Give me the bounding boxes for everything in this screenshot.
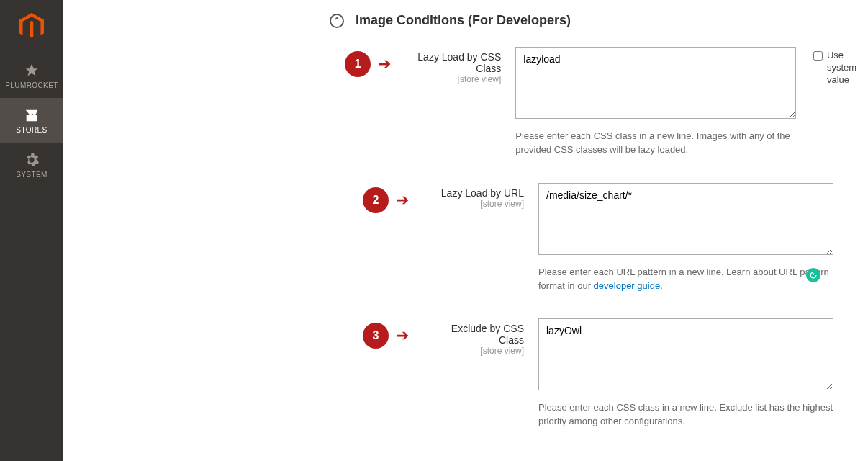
config-row: 2 ➔ Lazy Load by URL [store view] Please… [63, 177, 868, 299]
step-bubble-2: 2 [363, 187, 389, 213]
field-label-wrap: Lazy Load by URL [store view] [423, 183, 538, 209]
field-label: Exclude by CSS Class [423, 323, 524, 346]
arrow-right-icon: ➔ [396, 326, 409, 345]
arrow-right-icon: ➔ [396, 191, 409, 210]
image-conditions-section-head[interactable]: ⌃ Image Conditions (For Developers) [63, 0, 868, 41]
developer-guide-link[interactable]: developer guide [594, 280, 661, 291]
use-system-value-wrap: Use system value [796, 47, 868, 86]
field-label: Lazy Load by URL [423, 187, 524, 199]
annotation: 2 ➔ [63, 183, 423, 213]
stores-icon [24, 107, 40, 123]
sidebar-item-system[interactable]: SYSTEM [0, 143, 63, 187]
additional-settings-section-head[interactable]: Additional Settings ⌄ [63, 455, 868, 461]
config-row: 3 ➔ Exclude by CSS Class [store view] Pl… [63, 313, 868, 434]
field-scope: [store view] [423, 346, 524, 356]
collapse-icon[interactable]: ⌃ [330, 14, 344, 28]
use-system-value-label[interactable]: Use system value [813, 50, 868, 86]
admin-sidebar: PLUMROCKET STORES SYSTEM [0, 0, 63, 461]
field-label-wrap: Lazy Load by CSS Class [store view] [405, 47, 515, 84]
use-system-value-checkbox[interactable] [813, 51, 823, 61]
gear-icon [24, 152, 40, 168]
arrow-right-icon: ➔ [378, 55, 391, 73]
field-scope: [store view] [423, 199, 524, 209]
lazyload-css-class-input[interactable] [515, 47, 796, 119]
field-hint: Please enter each CSS class in a new lin… [538, 401, 833, 429]
annotation: 3 ➔ [63, 318, 423, 349]
field-hint: Please enter each URL pattern in a new l… [538, 266, 833, 293]
exclude-css-class-input[interactable] [538, 318, 833, 390]
field-label-wrap: Exclude by CSS Class [store view] [423, 318, 538, 356]
use-system-value-text: Use system value [827, 50, 868, 86]
field-scope: [store view] [405, 74, 501, 84]
field-wrap: Please enter each URL pattern in a new l… [538, 183, 833, 293]
annotation: 1 ➔ [63, 47, 405, 77]
config-row: 1 ➔ Lazy Load by CSS Class [store view] … [63, 41, 868, 163]
section-title: Image Conditions (For Developers) [356, 13, 571, 28]
plumrocket-icon [24, 63, 40, 79]
sidebar-item-label: PLUMROCKET [5, 81, 58, 89]
sidebar-item-label: SYSTEM [16, 171, 48, 179]
field-wrap: Please enter each CSS class in a new lin… [515, 47, 796, 157]
sidebar-item-stores[interactable]: STORES [0, 98, 63, 143]
sidebar-item-label: STORES [16, 126, 47, 134]
config-panel: ⌃ Image Conditions (For Developers) 1 ➔ … [63, 0, 868, 461]
field-wrap: Please enter each CSS class in a new lin… [538, 318, 833, 429]
field-hint: Please enter each CSS class in a new lin… [515, 130, 796, 157]
step-bubble-3: 3 [363, 323, 389, 349]
field-hint-text: . [660, 280, 663, 291]
magento-logo-icon [19, 13, 44, 40]
field-label: Lazy Load by CSS Class [405, 51, 501, 74]
magento-logo[interactable] [0, 0, 63, 53]
lazyload-url-input[interactable] [538, 183, 833, 255]
sidebar-item-plumrocket[interactable]: PLUMROCKET [0, 53, 63, 98]
field-hint-text: Please enter each URL pattern in a new l… [538, 267, 829, 291]
step-bubble-1: 1 [345, 51, 371, 77]
